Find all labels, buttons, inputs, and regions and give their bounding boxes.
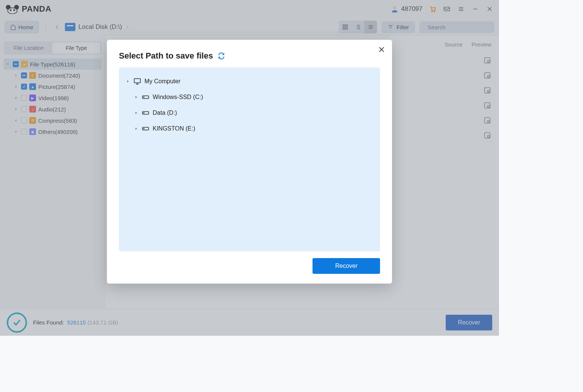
computer-icon (133, 77, 141, 86)
svg-point-54 (144, 97, 144, 98)
path-tree: My Computer Windows-SSD (C:) Data (D:) K… (119, 68, 380, 251)
chevron-right-icon (134, 95, 138, 99)
modal-recover-button[interactable]: Recover (313, 258, 380, 274)
drive-icon (141, 109, 150, 117)
path-label: My Computer (144, 78, 180, 85)
select-path-modal: Select Path to save files My Computer Wi… (107, 40, 392, 284)
path-drive-e[interactable]: KINGSTON (E:) (123, 121, 376, 137)
drive-icon (141, 125, 150, 133)
path-my-computer[interactable]: My Computer (123, 74, 376, 89)
modal-title-text: Select Path to save files (119, 51, 213, 61)
chevron-right-icon (134, 126, 138, 131)
modal-title: Select Path to save files (119, 51, 380, 61)
refresh-icon[interactable] (218, 52, 225, 60)
modal-close-icon[interactable] (377, 45, 386, 54)
svg-point-58 (144, 128, 144, 129)
chevron-right-icon (134, 111, 138, 115)
chevron-right-icon (126, 79, 130, 84)
svg-point-56 (144, 113, 144, 113)
path-label: Windows-SSD (C:) (153, 94, 203, 101)
path-drive-c[interactable]: Windows-SSD (C:) (123, 89, 376, 105)
drive-icon (141, 93, 150, 101)
modal-overlay: Select Path to save files My Computer Wi… (0, 0, 499, 336)
path-label: Data (D:) (153, 110, 177, 116)
path-drive-d[interactable]: Data (D:) (123, 105, 376, 121)
svg-rect-50 (134, 79, 141, 83)
path-label: KINGSTON (E:) (153, 125, 195, 132)
